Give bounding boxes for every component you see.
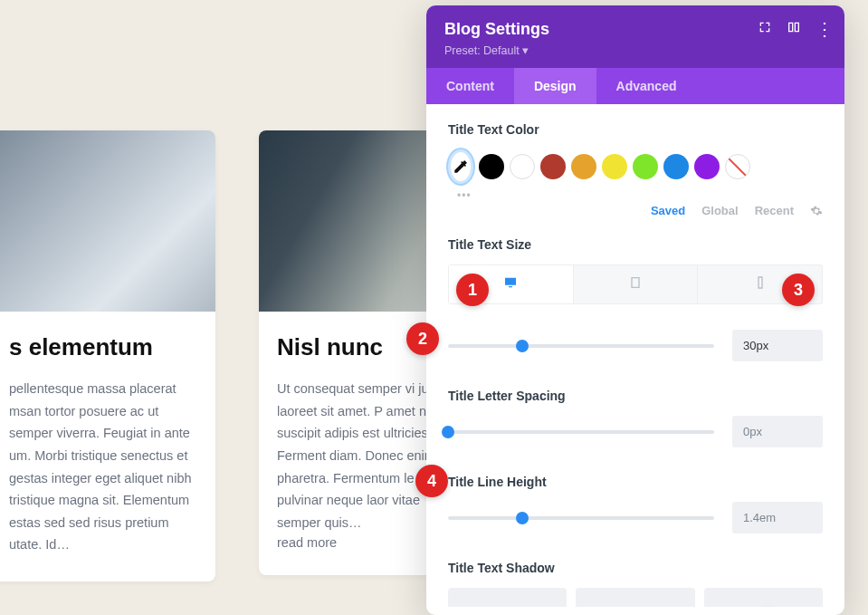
card-title: s elementum (9, 333, 197, 361)
color-swatches (448, 149, 823, 184)
swatch-blue[interactable] (663, 154, 689, 179)
swatch-tab-saved[interactable]: Saved (651, 204, 685, 217)
letter-spacing-slider[interactable] (448, 430, 714, 434)
title-size-slider[interactable] (448, 344, 714, 348)
swatch-orange[interactable] (571, 154, 596, 179)
text-shadow-label: Title Text Shadow (448, 561, 823, 575)
swatch-red[interactable] (540, 154, 566, 179)
device-tabs (448, 264, 823, 304)
line-height-label: Title Line Height (448, 475, 823, 489)
tab-design[interactable]: Design (514, 68, 596, 104)
annotation-badge-3: 3 (782, 274, 815, 306)
letter-spacing-label: Title Letter Spacing (448, 389, 823, 403)
card-image (0, 130, 215, 312)
swatch-none[interactable] (725, 154, 750, 179)
swatch-black[interactable] (479, 154, 504, 179)
panel-tabs: Content Design Advanced (426, 68, 844, 104)
shadow-preset-2[interactable]: aA (704, 588, 823, 607)
title-size-label: Title Text Size (448, 237, 823, 252)
preset-selector[interactable]: Preset: Default ▾ (444, 43, 826, 57)
annotation-badge-4: 4 (415, 465, 448, 497)
panel-header: Blog Settings Preset: Default ▾ ⋮ (426, 5, 844, 68)
swatch-green[interactable] (633, 154, 658, 179)
gear-icon[interactable] (810, 205, 823, 217)
swatch-tab-global[interactable]: Global (701, 204, 738, 217)
annotation-badge-1: 1 (456, 274, 489, 306)
title-color-label: Title Text Color (448, 122, 823, 137)
title-size-input[interactable] (732, 330, 823, 361)
shadow-preset-1[interactable]: aA (576, 588, 694, 607)
settings-panel: Blog Settings Preset: Default ▾ ⋮ Conten… (426, 5, 844, 615)
swatch-purple[interactable] (694, 154, 720, 179)
device-tablet[interactable] (574, 265, 699, 303)
card-excerpt: pellentesque massa placerat msan tortor … (9, 378, 197, 556)
line-height-input[interactable] (732, 502, 823, 533)
panel-body: Title Text Color ••• Saved Global Recent… (426, 104, 844, 607)
swatch-yellow[interactable] (602, 154, 627, 179)
fullscreen-icon[interactable] (758, 20, 772, 38)
letter-spacing-input[interactable] (732, 416, 823, 447)
swatch-tab-recent[interactable]: Recent (755, 204, 794, 217)
annotation-badge-2: 2 (406, 322, 439, 355)
line-height-slider[interactable] (448, 516, 714, 520)
tab-content[interactable]: Content (426, 68, 514, 104)
blog-card: s elementum pellentesque massa placerat … (0, 130, 215, 581)
swatch-more[interactable]: ••• (457, 189, 823, 202)
columns-icon[interactable] (787, 20, 801, 38)
color-picker-icon[interactable] (448, 149, 473, 184)
tab-advanced[interactable]: Advanced (596, 68, 697, 104)
swatch-white[interactable] (510, 154, 535, 179)
shadow-none[interactable] (448, 588, 567, 607)
